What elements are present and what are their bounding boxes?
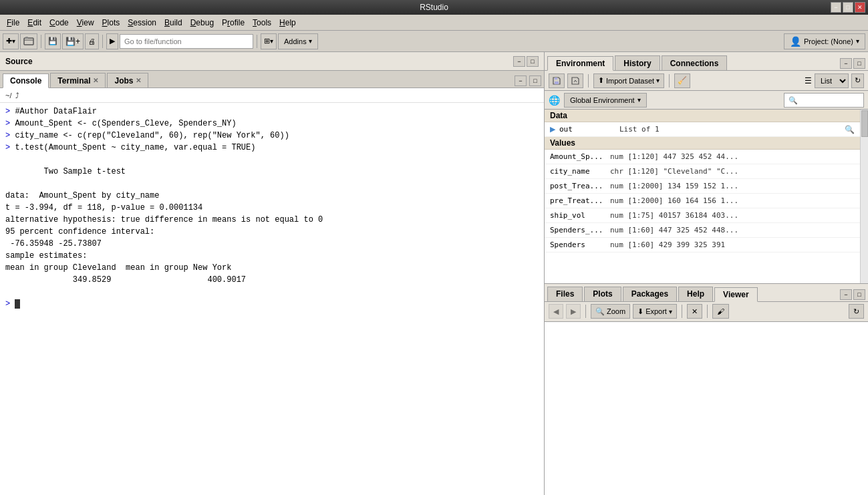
env-row-cityname[interactable]: city_name chr [1:120] "Cleveland" "C... bbox=[545, 164, 860, 179]
addins-button[interactable]: Addins ▾ bbox=[278, 33, 318, 49]
globe-icon: 🌐 bbox=[549, 95, 560, 106]
var-value-cityname: chr [1:120] "Cleveland" "C... bbox=[610, 167, 855, 176]
menubar: File Edit Code View Plots Session Build … bbox=[0, 15, 868, 31]
save-all-button[interactable]: 💾+ bbox=[62, 33, 84, 49]
menu-code[interactable]: Code bbox=[45, 17, 73, 28]
layout-button[interactable]: ⊞ ▾ bbox=[261, 33, 277, 49]
menu-help[interactable]: Help bbox=[275, 17, 300, 28]
env-row-spenders1[interactable]: Spenders_... num [1:60] 447 325 452 448.… bbox=[545, 223, 860, 238]
clear-viewer-button[interactable]: ✕ bbox=[687, 304, 702, 319]
global-env-button[interactable]: Global Environment ▾ bbox=[564, 93, 647, 108]
env-selector: 🌐 Global Environment ▾ bbox=[545, 91, 868, 110]
var-value-amount: num [1:120] 447 325 452 44... bbox=[610, 152, 855, 161]
new-file-button[interactable]: ✚ ▾ bbox=[3, 33, 19, 49]
menu-plots[interactable]: Plots bbox=[98, 17, 124, 28]
console-content[interactable]: > #Author DataFlair > Amount_Spent <- c(… bbox=[0, 103, 544, 495]
maximize-env-button[interactable]: □ bbox=[853, 58, 865, 69]
separator-3 bbox=[257, 35, 257, 48]
search-value-icon[interactable]: 🔍 bbox=[845, 125, 855, 134]
tab-help[interactable]: Help bbox=[678, 287, 713, 301]
env-row-pretrea[interactable]: pre_Treat... num [1:2000] 160 164 156 1.… bbox=[545, 194, 860, 208]
tab-jobs[interactable]: Jobs ✕ bbox=[107, 73, 148, 88]
env-scrollbar[interactable] bbox=[860, 110, 868, 283]
forward-button[interactable]: ▶ bbox=[566, 304, 581, 319]
maximize-console-button[interactable]: □ bbox=[529, 75, 541, 86]
tab-console[interactable]: Console bbox=[3, 73, 49, 88]
cursor bbox=[15, 299, 20, 309]
env-row-spenders2[interactable]: Spenders num [1:60] 429 399 325 391 bbox=[545, 238, 860, 253]
minimize-console-button[interactable]: − bbox=[515, 75, 527, 86]
console-line: > t.test(Amount_Spent ~ city_name, var.e… bbox=[5, 142, 539, 154]
menu-view[interactable]: View bbox=[73, 17, 98, 28]
console-line: -76.35948 -25.73807 bbox=[5, 238, 539, 250]
open-project-button[interactable] bbox=[20, 33, 37, 49]
tab-connections[interactable]: Connections bbox=[662, 55, 728, 70]
close-button[interactable]: ✕ bbox=[855, 2, 865, 13]
close-jobs-tab[interactable]: ✕ bbox=[136, 77, 141, 84]
right-panel: Environment History Connections − □ ⬆ Im… bbox=[545, 52, 868, 495]
maximize-source-button[interactable]: □ bbox=[527, 56, 539, 67]
env-row-out[interactable]: ▶ out List of 1 🔍 bbox=[545, 122, 860, 137]
save-button[interactable]: 💾 bbox=[45, 33, 61, 49]
goto-arrow-button[interactable]: ▶ bbox=[106, 33, 118, 49]
tab-packages[interactable]: Packages bbox=[623, 287, 677, 301]
main-area: Source − □ Console Terminal ✕ Jobs ✕ bbox=[0, 52, 868, 495]
menu-debug[interactable]: Debug bbox=[186, 17, 218, 28]
list-select[interactable]: List Grid bbox=[815, 73, 849, 88]
console-line: > city_name <- c(rep("Cleveland", 60), r… bbox=[5, 130, 539, 142]
env-row-shipvol[interactable]: ship_vol num [1:75] 40157 36184 403... bbox=[545, 208, 860, 223]
console-path: ~/ ⤴ bbox=[0, 88, 544, 103]
var-value-pretrea: num [1:2000] 160 164 156 1... bbox=[610, 196, 855, 205]
menu-session[interactable]: Session bbox=[124, 17, 160, 28]
close-terminal-tab[interactable]: ✕ bbox=[93, 77, 98, 84]
minimize-source-button[interactable]: − bbox=[513, 56, 525, 67]
menu-tools[interactable]: Tools bbox=[249, 17, 275, 28]
print-button[interactable]: 🖨 bbox=[85, 33, 99, 49]
import-dataset-button[interactable]: ⬆ Import Dataset ▾ bbox=[593, 73, 664, 88]
var-name-cityname: city_name bbox=[550, 167, 610, 176]
export-button[interactable]: ⬇ Export ▾ bbox=[633, 304, 677, 319]
save-workspace-button[interactable] bbox=[549, 73, 565, 88]
console-line bbox=[5, 154, 539, 166]
maximize-button[interactable]: □ bbox=[843, 2, 853, 13]
menu-edit[interactable]: Edit bbox=[23, 17, 45, 28]
jump-to-icon[interactable]: ⤴ bbox=[15, 92, 19, 100]
var-name-out: out bbox=[559, 125, 619, 134]
brush-button[interactable]: 🖌 bbox=[712, 304, 729, 319]
clear-console-button[interactable]: 🧹 bbox=[674, 73, 690, 88]
env-scrollbar-thumb[interactable] bbox=[861, 110, 868, 137]
menu-profile[interactable]: Profile bbox=[218, 17, 249, 28]
project-selector[interactable]: 👤 Project: (None) ▾ bbox=[784, 33, 865, 49]
zoom-button[interactable]: 🔍 Zoom bbox=[591, 304, 630, 319]
goto-input[interactable] bbox=[120, 34, 253, 49]
window-controls[interactable]: − □ ✕ bbox=[831, 2, 865, 13]
tab-plots[interactable]: Plots bbox=[584, 287, 621, 301]
minimize-env-button[interactable]: − bbox=[840, 58, 852, 69]
tab-history[interactable]: History bbox=[615, 55, 660, 70]
source-title: Source bbox=[5, 57, 33, 66]
tab-terminal[interactable]: Terminal ✕ bbox=[50, 73, 106, 88]
refresh-env-button[interactable]: ↻ bbox=[851, 73, 864, 88]
var-value-spenders2: num [1:60] 429 399 325 391 bbox=[610, 240, 855, 249]
menu-build[interactable]: Build bbox=[160, 17, 186, 28]
back-button[interactable]: ◀ bbox=[549, 304, 563, 319]
menu-file[interactable]: File bbox=[3, 17, 23, 28]
refresh-files-button[interactable]: ↻ bbox=[849, 304, 864, 319]
console-line: > Amount_Spent <- c(Spenders_Cleve, Spen… bbox=[5, 118, 539, 130]
titlebar: RStudio − □ ✕ bbox=[0, 0, 868, 15]
load-workspace-button[interactable] bbox=[567, 73, 583, 88]
env-row-amount[interactable]: Amount_Sp... num [1:120] 447 325 452 44.… bbox=[545, 150, 860, 164]
tab-viewer[interactable]: Viewer bbox=[714, 287, 757, 302]
env-row-posttrea[interactable]: post_Trea... num [1:2000] 134 159 152 1.… bbox=[545, 179, 860, 194]
files-separator-2 bbox=[682, 305, 682, 318]
env-search-input[interactable] bbox=[784, 93, 864, 108]
files-toolbar: ◀ ▶ 🔍 Zoom ⬇ Export ▾ ✕ 🖌 ↻ bbox=[545, 302, 868, 322]
env-separator-2 bbox=[669, 74, 670, 88]
left-panel: Source − □ Console Terminal ✕ Jobs ✕ bbox=[0, 52, 545, 495]
minimize-button[interactable]: − bbox=[831, 2, 841, 13]
console-line bbox=[5, 286, 539, 298]
maximize-files-button[interactable]: □ bbox=[853, 289, 865, 300]
tab-files[interactable]: Files bbox=[547, 287, 583, 301]
tab-environment[interactable]: Environment bbox=[547, 56, 613, 71]
minimize-files-button[interactable]: − bbox=[840, 289, 852, 300]
